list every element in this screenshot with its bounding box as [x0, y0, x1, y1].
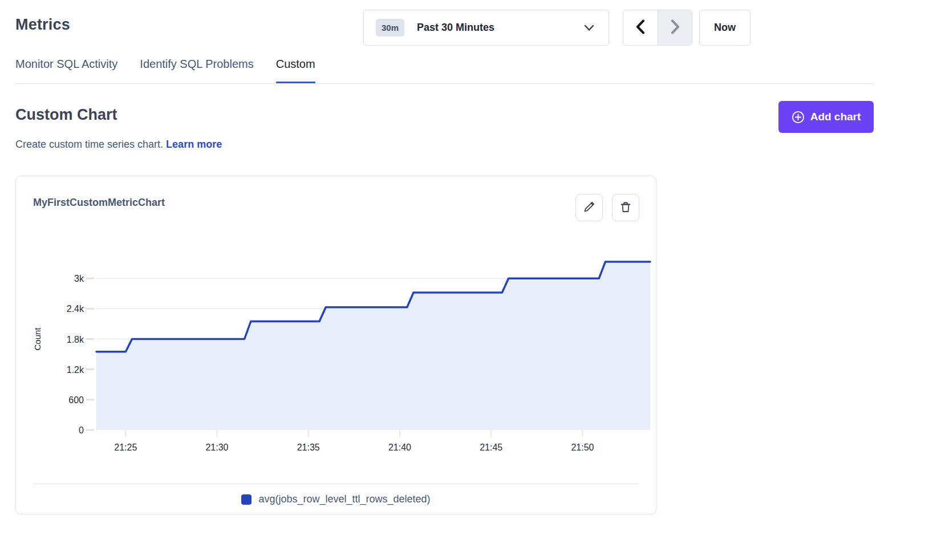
svg-text:21:45: 21:45 [480, 443, 502, 451]
svg-text:0: 0 [79, 425, 84, 435]
custom-chart-card: MyFirstCustomMetricChart 06001.2k1.8k2.4… [15, 176, 656, 514]
card-divider [33, 484, 639, 484]
next-range-button[interactable] [658, 10, 692, 45]
trash-icon [619, 201, 632, 215]
add-chart-label: Add chart [810, 111, 861, 123]
edit-chart-button[interactable] [575, 194, 603, 221]
svg-text:1.2k: 1.2k [67, 365, 84, 375]
svg-text:21:35: 21:35 [297, 443, 320, 451]
tabs-divider [15, 83, 874, 84]
legend-label: avg(jobs_row_level_ttl_rows_deleted) [258, 493, 430, 505]
now-button[interactable]: Now [699, 10, 751, 46]
time-range-label: Past 30 Minutes [417, 22, 494, 34]
time-shift-button-group [623, 10, 692, 46]
svg-text:3k: 3k [74, 274, 84, 283]
learn-more-link[interactable]: Learn more [166, 139, 222, 150]
chart-legend[interactable]: avg(jobs_row_level_ttl_rows_deleted) [16, 493, 656, 505]
svg-text:2.4k: 2.4k [67, 304, 84, 314]
add-chart-button[interactable]: Add chart [778, 101, 874, 133]
svg-text:600: 600 [68, 395, 84, 405]
chart-title: MyFirstCustomMetricChart [33, 197, 165, 209]
svg-text:1.8k: 1.8k [67, 335, 84, 344]
svg-text:21:50: 21:50 [571, 443, 594, 451]
prev-range-button[interactable] [623, 10, 658, 45]
trash-icon-button[interactable] [612, 194, 639, 221]
page-title: Metrics [15, 16, 70, 34]
svg-text:Count: Count [33, 327, 42, 351]
section-subtitle: Create custom time series chart. Learn m… [15, 139, 222, 151]
tab-monitor-sql-activity[interactable]: Monitor SQL Activity [15, 58, 117, 83]
tab-identify-sql-problems[interactable]: Identify SQL Problems [140, 58, 253, 83]
svg-text:21:30: 21:30 [205, 443, 228, 451]
plus-circle-icon [792, 111, 805, 124]
chevron-right-icon [671, 19, 680, 36]
tab-custom[interactable]: Custom [276, 58, 315, 83]
metrics-tabs: Monitor SQL Activity Identify SQL Proble… [15, 58, 315, 83]
section-title: Custom Chart [15, 106, 117, 124]
subtitle-text: Create custom time series chart. [15, 139, 163, 150]
metrics-page: Metrics 30m Past 30 Minutes Now Monitor … [0, 0, 941, 560]
timeseries-chart[interactable]: 06001.2k1.8k2.4k3k21:2521:3021:3521:4021… [23, 234, 662, 451]
svg-text:21:25: 21:25 [114, 443, 137, 451]
chevron-left-icon [636, 19, 645, 36]
legend-swatch [241, 494, 252, 505]
time-range-dropdown[interactable]: 30m Past 30 Minutes [363, 10, 609, 46]
chevron-down-icon [584, 25, 594, 31]
svg-text:21:40: 21:40 [388, 443, 411, 451]
time-range-badge: 30m [376, 19, 404, 36]
pencil-icon [583, 201, 595, 215]
